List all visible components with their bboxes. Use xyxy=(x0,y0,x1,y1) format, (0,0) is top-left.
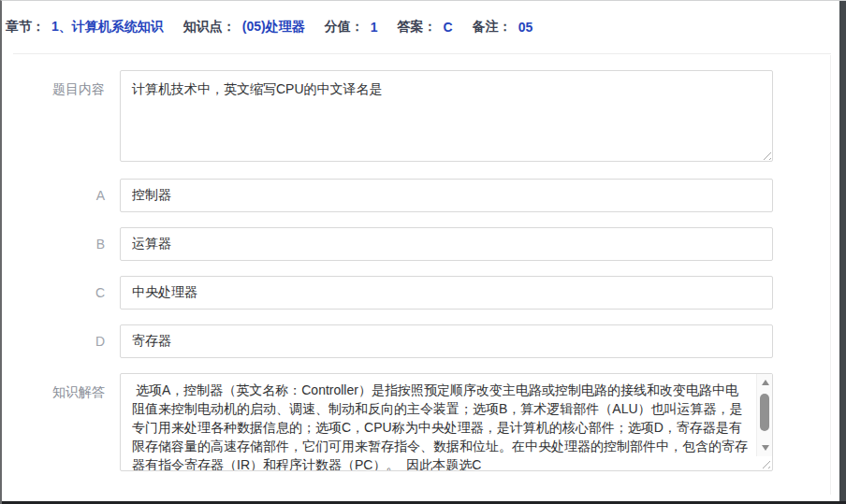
scroll-down-icon xyxy=(762,445,769,451)
question-content-label: 题目内容 xyxy=(2,70,105,162)
meta-item-remark: 备注： 05 xyxy=(473,19,533,36)
option-label-c: C xyxy=(2,276,105,310)
score-label: 分值： xyxy=(325,19,364,36)
content-right-divider xyxy=(830,55,831,495)
explanation-scrollbar[interactable] xyxy=(756,374,772,456)
option-row-c: C xyxy=(2,276,846,310)
scroll-down-button[interactable] xyxy=(757,441,773,454)
scroll-up-icon xyxy=(762,380,769,385)
question-content-row: 题目内容 计算机技术中，英文缩写CPU的中文译名是 xyxy=(2,70,846,162)
explanation-field: 选项A，控制器（英文名称：Controller）是指按照预定顺序改变主电路或控制… xyxy=(120,373,773,471)
option-a-input[interactable] xyxy=(120,179,773,212)
scrollbar-thumb[interactable] xyxy=(760,394,769,431)
knowledge-point-label: 知识点： xyxy=(183,19,236,36)
option-row-a: A xyxy=(2,179,846,212)
chapter-value: 1、计算机系统知识 xyxy=(51,19,164,36)
remark-value: 05 xyxy=(518,20,533,35)
explanation-text: 选项A，控制器（英文名称：Controller）是指按照预定顺序改变主电路或控制… xyxy=(121,374,756,470)
meta-item-chapter: 章节： 1、计算机系统知识 xyxy=(6,19,164,36)
option-field-c xyxy=(120,276,773,310)
question-detail-panel: 章节： 1、计算机系统知识 知识点： (05)处理器 分值： 1 答案： C 备… xyxy=(0,0,846,504)
answer-label: 答案： xyxy=(398,19,437,36)
meta-item-score: 分值： 1 xyxy=(325,19,378,36)
question-meta-bar: 章节： 1、计算机系统知识 知识点： (05)处理器 分值： 1 答案： C 备… xyxy=(2,1,846,53)
question-form: 题目内容 计算机技术中，英文缩写CPU的中文译名是 A B C xyxy=(2,54,846,471)
window-right-edge xyxy=(839,1,846,504)
explanation-label: 知识解答 xyxy=(2,373,105,471)
chapter-label: 章节： xyxy=(6,19,45,36)
option-field-b xyxy=(120,227,773,261)
option-row-d: D xyxy=(2,324,846,358)
explanation-row: 知识解答 选项A，控制器（英文名称：Controller）是指按照预定顺序改变主… xyxy=(2,373,846,471)
meta-item-answer: 答案： C xyxy=(398,19,453,36)
meta-item-knowledge-point: 知识点： (05)处理器 xyxy=(183,19,305,36)
explanation-textarea[interactable]: 选项A，控制器（英文名称：Controller）是指按照预定顺序改变主电路或控制… xyxy=(120,373,773,471)
option-label-d: D xyxy=(2,324,105,358)
score-value: 1 xyxy=(371,20,378,35)
question-content-textarea[interactable]: 计算机技术中，英文缩写CPU的中文译名是 xyxy=(120,70,773,162)
option-field-a xyxy=(120,179,773,212)
question-content-field: 计算机技术中，英文缩写CPU的中文译名是 xyxy=(120,70,773,162)
resize-handle-icon[interactable] xyxy=(759,457,770,468)
option-field-d xyxy=(120,324,773,358)
option-row-b: B xyxy=(2,227,846,261)
option-c-input[interactable] xyxy=(120,276,773,310)
option-label-a: A xyxy=(2,179,105,212)
knowledge-point-value: (05)处理器 xyxy=(242,19,305,36)
scroll-up-button[interactable] xyxy=(757,376,773,389)
option-b-input[interactable] xyxy=(120,227,773,261)
answer-value: C xyxy=(444,20,453,35)
remark-label: 备注： xyxy=(473,19,512,36)
option-d-input[interactable] xyxy=(120,324,773,358)
option-label-b: B xyxy=(2,227,105,261)
